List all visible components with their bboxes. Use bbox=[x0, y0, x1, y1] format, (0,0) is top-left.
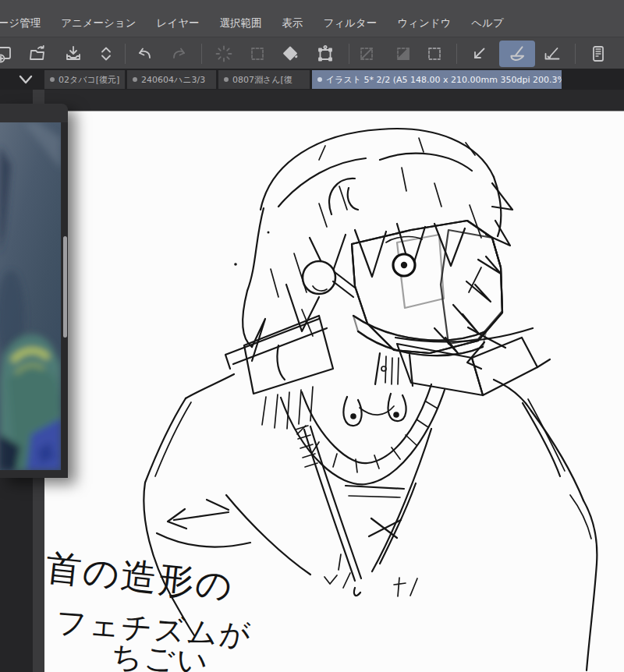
tab-label: 240604ハニ3/3 bbox=[141, 74, 205, 86]
reference-window-titlebar[interactable] bbox=[0, 104, 68, 122]
document-dot-icon bbox=[317, 77, 322, 82]
menu-help[interactable]: ヘルプ bbox=[471, 16, 503, 30]
tab-document-4-active[interactable]: イラスト 5* 2/2 (A5 148.00 x 210.00mm 350dpi… bbox=[312, 70, 562, 89]
frame-transform-icon[interactable] bbox=[311, 41, 339, 67]
annotation-line-3: ちごい bbox=[111, 638, 211, 672]
document-tab-bar: 02タバコ[復元] 240604ハニ3/3 0807淵さん[復 イラスト 5* … bbox=[0, 69, 624, 90]
document-dot-icon bbox=[50, 77, 55, 82]
tab-document-1[interactable]: 02タバコ[復元] bbox=[44, 70, 125, 89]
toolbar-divider bbox=[349, 44, 349, 64]
toolbar-divider bbox=[201, 44, 202, 64]
reference-photo bbox=[0, 122, 61, 470]
reference-image-window bbox=[0, 104, 68, 478]
save-icon[interactable] bbox=[59, 41, 87, 67]
snap-ruler-icon[interactable] bbox=[465, 41, 493, 67]
paint-app-window: ページ管理 アニメーション レイヤー 選択範囲 表示 フィルター ウィンドウ ヘ… bbox=[0, 0, 624, 672]
sketch-drawing: 首の造形の フェチズムが ちごい bbox=[44, 111, 624, 672]
menu-animation[interactable]: アニメーション bbox=[61, 16, 136, 30]
clear-icon[interactable] bbox=[210, 41, 238, 67]
toolbar-divider bbox=[456, 44, 457, 64]
companion-device-icon[interactable] bbox=[584, 41, 612, 67]
neck-collar bbox=[225, 316, 550, 484]
fill-icon[interactable] bbox=[276, 41, 304, 67]
toolbar-divider bbox=[575, 44, 576, 64]
selection-fill-icon[interactable] bbox=[389, 41, 417, 67]
menu-view[interactable]: 表示 bbox=[282, 16, 303, 30]
tab-label: 0807淵さん[復 bbox=[232, 74, 292, 86]
undo-icon[interactable] bbox=[130, 41, 158, 67]
snap-grid-icon[interactable] bbox=[538, 41, 566, 67]
snap-special-ruler-icon[interactable] bbox=[499, 41, 535, 67]
toolbar-divider bbox=[125, 44, 126, 64]
tab-document-2[interactable]: 240604ハニ3/3 bbox=[127, 70, 216, 89]
menu-layer[interactable]: レイヤー bbox=[157, 16, 200, 30]
menu-filter[interactable]: フィルター bbox=[324, 16, 378, 30]
updown-chevrons-icon[interactable] bbox=[92, 41, 120, 67]
tab-label: 02タバコ[復元] bbox=[58, 74, 119, 86]
chevron-down-icon[interactable] bbox=[12, 71, 39, 88]
reference-scrollbar[interactable] bbox=[62, 122, 68, 470]
menu-selection[interactable]: 選択範囲 bbox=[220, 16, 262, 30]
selection-line-icon[interactable] bbox=[353, 41, 381, 67]
drawing-canvas[interactable]: 首の造形の フェチズムが ちごい bbox=[44, 111, 624, 672]
menu-bar: ページ管理 アニメーション レイヤー 選択範囲 表示 フィルター ウィンドウ ヘ… bbox=[0, 0, 624, 37]
document-dot-icon bbox=[224, 77, 229, 82]
canvas-margin bbox=[44, 90, 624, 111]
redo-icon[interactable] bbox=[165, 41, 193, 67]
new-canvas-icon[interactable] bbox=[0, 41, 19, 67]
open-file-icon[interactable] bbox=[23, 41, 51, 67]
scrollbar-thumb[interactable] bbox=[63, 236, 67, 338]
tab-label: イラスト 5* 2/2 (A5 148.00 x 210.00mm 350dpi… bbox=[326, 74, 562, 86]
selection-rect-icon[interactable] bbox=[420, 41, 448, 67]
handwritten-annotation: 首の造形の フェチズムが ちごい bbox=[44, 500, 253, 672]
deselect-icon[interactable] bbox=[243, 41, 271, 67]
document-dot-icon bbox=[133, 77, 137, 82]
mask-and-face bbox=[303, 221, 502, 355]
tool-bar bbox=[0, 37, 624, 69]
annotation-line-1: 首の造形の bbox=[44, 546, 236, 607]
menu-page-management[interactable]: ページ管理 bbox=[0, 16, 41, 30]
menu-window[interactable]: ウィンドウ bbox=[397, 16, 451, 30]
tab-document-3[interactable]: 0807淵さん[復 bbox=[218, 70, 310, 89]
